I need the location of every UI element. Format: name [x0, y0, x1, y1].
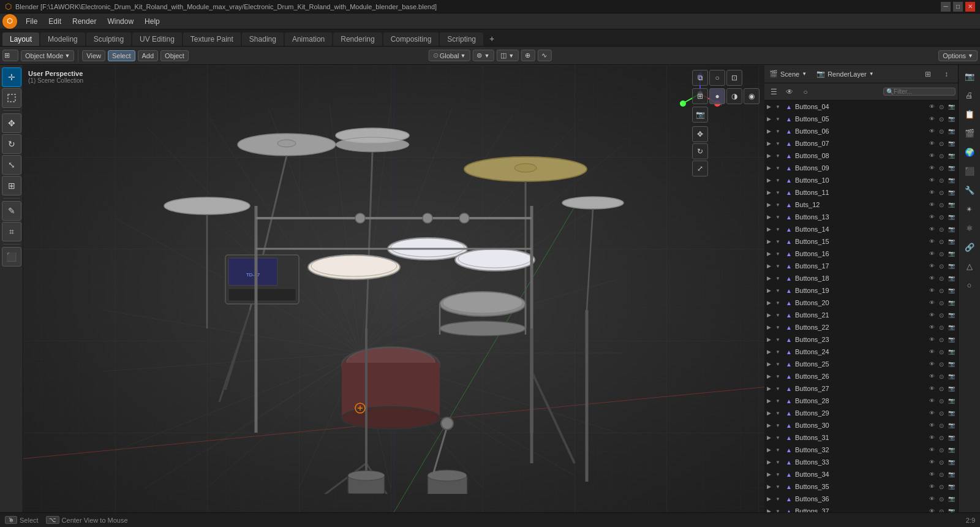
solid-shading[interactable]: ●	[709, 88, 725, 104]
menu-help[interactable]: Help	[140, 16, 165, 27]
outliner-item[interactable]: ▶ ▼ ▲ Buttons_24 👁 ⊙ 📷	[764, 346, 958, 358]
render-toggle[interactable]: 📷	[947, 237, 956, 246]
render-toggle[interactable]: 📷	[947, 213, 956, 221]
viewport-toggle[interactable]: ⊙	[937, 445, 946, 454]
outliner-item[interactable]: ▶ ▼ ▲ Buttons_15 👁 ⊙ 📷	[764, 235, 958, 248]
render-toggle[interactable]: 📷	[947, 409, 956, 417]
object-mode-dropdown[interactable]: Object Mode ▼	[21, 50, 74, 61]
viewport-toggle[interactable]: ⊙	[937, 127, 946, 135]
world-props-button[interactable]: 🌍	[961, 143, 978, 161]
render-toggle[interactable]: 📷	[947, 139, 956, 148]
viewport-toggle[interactable]: ⊙	[937, 372, 946, 381]
filter-icon[interactable]: ⊞	[921, 67, 935, 81]
render-toggle[interactable]: 📷	[947, 115, 956, 123]
outliner-item[interactable]: ▶ ▼ ▲ Buttons_05 👁 ⊙ 📷	[764, 113, 958, 125]
viewport-overlay-button[interactable]: ⧉	[692, 70, 708, 86]
visibility-toggle[interactable]: 👁	[927, 470, 936, 479]
viewport-toggle[interactable]: ⊙	[937, 200, 946, 209]
viewport-toggle[interactable]: ⊙	[937, 102, 946, 111]
render-toggle[interactable]: 📷	[947, 311, 956, 319]
physics-props-button[interactable]: ⚛	[961, 219, 978, 237]
render-toggle[interactable]: 📷	[947, 470, 956, 479]
viewport-toggle[interactable]: ⊙	[937, 274, 946, 282]
transform-pivot-button[interactable]: ⊕	[521, 50, 535, 61]
viewport-toggle[interactable]: ⊙	[937, 470, 946, 479]
visibility-toggle[interactable]: 👁	[927, 323, 936, 332]
proportional-button[interactable]: ⊚ ▼	[472, 50, 494, 61]
snap-element-button[interactable]: ◫ ▼	[496, 50, 518, 61]
render-props-button[interactable]: 📷	[961, 67, 978, 85]
path-button[interactable]: ∿	[537, 50, 551, 61]
view-button[interactable]: View	[82, 50, 105, 61]
outliner-item[interactable]: ▶ ▼ ▲ Buttons_13 👁 ⊙ 📷	[764, 211, 958, 223]
visibility-toggle[interactable]: 👁	[927, 421, 936, 430]
view-layer-props-button[interactable]: 📋	[961, 105, 978, 123]
outliner-item[interactable]: ▶ ▼ ▲ Buttons_26 👁 ⊙ 📷	[764, 370, 958, 382]
visibility-toggle[interactable]: 👁	[927, 262, 936, 270]
add-button[interactable]: Add	[138, 50, 159, 61]
maximize-button[interactable]: □	[953, 2, 963, 12]
tab-shading[interactable]: Shading	[242, 32, 284, 46]
visibility-toggle[interactable]: 👁	[927, 360, 936, 368]
options-button[interactable]: Options ▼	[938, 50, 978, 61]
outliner-item[interactable]: ▶ ▼ ▲ Buttons_17 👁 ⊙ 📷	[764, 260, 958, 272]
outliner-item[interactable]: ▶ ▼ ▲ Buts_12 👁 ⊙ 📷	[764, 199, 958, 211]
visibility-toggle[interactable]: 👁	[927, 164, 936, 172]
viewport-toggle[interactable]: ⊙	[937, 115, 946, 123]
outliner-item[interactable]: ▶ ▼ ▲ Buttons_10 👁 ⊙ 📷	[764, 174, 958, 186]
visibility-toggle[interactable]: 👁	[927, 298, 936, 307]
viewport-toggle[interactable]: ⊙	[937, 421, 946, 430]
visibility-toggle[interactable]: 👁	[927, 102, 936, 111]
visibility-toggle[interactable]: 👁	[927, 372, 936, 381]
visibility-toggle[interactable]: 👁	[927, 188, 936, 197]
scene-props-button[interactable]: 🎬	[961, 124, 978, 142]
viewport-toggle[interactable]: ⊙	[937, 237, 946, 246]
tab-uv-editing[interactable]: UV Editing	[132, 32, 182, 46]
outliner-item[interactable]: ▶ ▼ ▲ Buttons_16 👁 ⊙ 📷	[764, 248, 958, 260]
visibility-toggle[interactable]: 👁	[927, 396, 936, 405]
render-toggle[interactable]: 📷	[947, 384, 956, 393]
visibility-toggle[interactable]: 👁	[927, 507, 936, 512]
viewport-toggle[interactable]: ⊙	[937, 176, 946, 184]
visibility-toggle[interactable]: 👁	[927, 115, 936, 123]
render-toggle[interactable]: 📷	[947, 200, 956, 209]
visibility-toggle[interactable]: 👁	[927, 495, 936, 503]
outliner-item[interactable]: ▶ ▼ ▲ Buttons_22 👁 ⊙ 📷	[764, 321, 958, 333]
visibility-toggle[interactable]: 👁	[927, 213, 936, 221]
viewport-toggle[interactable]: ⊙	[937, 507, 946, 512]
render-toggle[interactable]: 📷	[947, 323, 956, 332]
outliner-item[interactable]: ▶ ▼ ▲ Buttons_08 👁 ⊙ 📷	[764, 150, 958, 162]
outliner-item[interactable]: ▶ ▼ ▲ Buttons_28 👁 ⊙ 📷	[764, 395, 958, 407]
outliner-item[interactable]: ▶ ▼ ▲ Buttons_19 👁 ⊙ 📷	[764, 284, 958, 297]
viewport-toggle[interactable]: ⊙	[937, 409, 946, 417]
object-button[interactable]: Object	[160, 50, 189, 61]
viewport-toggle[interactable]: ⊙	[937, 139, 946, 148]
render-toggle[interactable]: 📷	[947, 335, 956, 344]
render-toggle[interactable]: 📷	[947, 188, 956, 197]
data-props-button[interactable]: △	[961, 257, 978, 275]
menu-render[interactable]: Render	[67, 16, 101, 27]
viewport-toggle[interactable]: ⊙	[937, 151, 946, 160]
particles-props-button[interactable]: ✴	[961, 200, 978, 218]
wireframe-shading[interactable]: ⊞	[692, 88, 708, 104]
outliner-item[interactable]: ▶ ▼ ▲ Buttons_07 👁 ⊙ 📷	[764, 137, 958, 150]
visibility-toggle[interactable]: 👁	[927, 286, 936, 295]
render-toggle[interactable]: 📷	[947, 298, 956, 307]
sort-icon[interactable]: ↕	[940, 67, 953, 81]
render-toggle[interactable]: 📷	[947, 176, 956, 184]
tab-scripting[interactable]: Scripting	[440, 32, 483, 46]
scale-gizmo-button[interactable]: ⤢	[692, 161, 708, 176]
tab-animation[interactable]: Animation	[285, 32, 332, 46]
outliner-item[interactable]: ▶ ▼ ▲ Buttons_33 👁 ⊙ 📷	[764, 456, 958, 468]
rotate-gizmo-button[interactable]: ↻	[692, 143, 708, 159]
outliner-search-input[interactable]	[894, 88, 952, 95]
material-shading[interactable]: ◑	[726, 88, 742, 104]
viewport[interactable]: TD-27	[23, 65, 764, 512]
output-props-button[interactable]: 🖨	[961, 86, 978, 104]
outliner-item[interactable]: ▶ ▼ ▲ Buttons_21 👁 ⊙ 📷	[764, 309, 958, 321]
viewport-toggle[interactable]: ⊙	[937, 262, 946, 270]
viewport-toggle[interactable]: ⊙	[937, 335, 946, 344]
menu-window[interactable]: Window	[102, 16, 138, 27]
visibility-toggle[interactable]: 👁	[927, 347, 936, 356]
visibility-toggle[interactable]: 👁	[927, 311, 936, 319]
